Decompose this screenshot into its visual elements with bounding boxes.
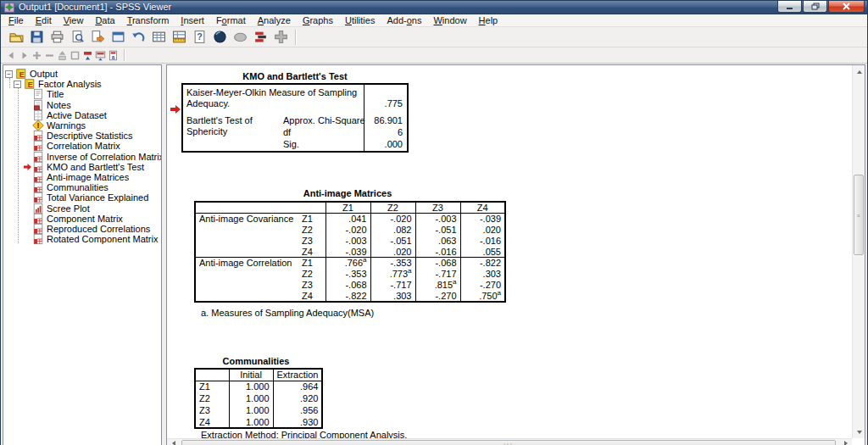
horizontal-scrollbar[interactable]: ||| (167, 438, 852, 445)
show-button[interactable] (56, 48, 69, 63)
outline-item-notes[interactable]: Notes (3, 100, 161, 110)
matrix-value: -.039 (326, 247, 370, 258)
designate-window-button[interactable] (270, 28, 291, 47)
menu-graphs[interactable]: Graphs (297, 14, 339, 26)
communality-value: .930 (273, 416, 322, 428)
tree-expander[interactable]: − (14, 81, 21, 88)
main-area: −EOutput−EFactor AnalysisTitleNotesActiv… (1, 64, 867, 445)
insert-text-button[interactable]: a (107, 48, 120, 63)
outline-item-descriptive-statistics[interactable]: Descriptive Statistics (3, 131, 161, 141)
hide-button[interactable] (69, 48, 81, 63)
outline-item-kmo-and-bartlett-s-test[interactable]: KMO and Bartlett's Test (3, 162, 161, 172)
outline-item-label: Notes (47, 100, 71, 110)
export-button[interactable] (87, 28, 108, 47)
variables-button[interactable]: ? (189, 28, 209, 47)
menu-analyze[interactable]: Analyze (252, 14, 297, 26)
menu-data[interactable]: Data (89, 14, 120, 26)
row-variable-label: Z4 (298, 291, 326, 302)
matrix-value: -.051 (370, 236, 415, 247)
outline-item-total-variance-explained[interactable]: Total Variance Explained (3, 192, 161, 203)
restore-button[interactable] (803, 1, 827, 13)
outline-item-active-dataset[interactable]: Active Dataset (3, 110, 161, 120)
goto-data-button[interactable] (148, 28, 169, 47)
menu-format[interactable]: Format (210, 14, 252, 26)
menu-edit[interactable]: Edit (30, 14, 58, 26)
menu-add-ons[interactable]: Add-ons (381, 14, 427, 26)
undo-button[interactable] (128, 28, 148, 47)
print-button[interactable] (47, 28, 67, 47)
scroll-down-arrow[interactable] (853, 426, 865, 438)
outline-item-title[interactable]: Title (3, 89, 161, 99)
goto-case-button[interactable] (169, 28, 189, 47)
column-header: Z4 (460, 202, 505, 214)
window-title: Output1 [Document1] - SPSS Viewer (19, 1, 171, 14)
outline-item-correlation-matrix[interactable]: Correlation Matrix (3, 141, 161, 151)
bartlett-stat-label: df (283, 127, 291, 138)
outline-item-anti-image-matrices[interactable]: Anti-image Matrices (3, 172, 161, 182)
kmo-table-title: KMO and Bartlett's Test (181, 71, 409, 81)
save-button[interactable] (26, 28, 47, 47)
matrix-value: -.270 (460, 280, 505, 291)
matrix-value: -.822 (326, 291, 370, 302)
table-row: Z11.000.964 (195, 381, 322, 392)
scroll-right-arrow[interactable] (839, 437, 852, 445)
demote-button[interactable] (18, 48, 31, 63)
vertical-scrollbar[interactable]: ≡ (852, 65, 865, 438)
print-preview-button[interactable] (67, 28, 87, 47)
horizontal-scroll-thumb[interactable]: ||| (181, 440, 836, 445)
scroll-left-arrow[interactable] (167, 437, 180, 445)
menu-transform[interactable]: Transform (121, 14, 175, 26)
menu-help[interactable]: Help (473, 14, 504, 26)
outline-item-factor-analysis[interactable]: −EFactor Analysis (3, 79, 161, 89)
insert-heading-button[interactable] (81, 48, 94, 63)
outline-item-label: Active Dataset (47, 110, 107, 120)
show-all-icon (233, 30, 248, 44)
toolbar-separator (295, 30, 297, 45)
window-list-icon (253, 30, 268, 44)
minimize-button[interactable] (777, 1, 802, 13)
vertical-scroll-thumb[interactable]: ≡ (854, 175, 864, 255)
table-row: Z21.000.920 (195, 392, 322, 404)
menu-insert[interactable]: Insert (175, 14, 210, 26)
collapse-button[interactable] (43, 48, 56, 63)
matrix-value: -.039 (460, 214, 505, 225)
tree-guide-line (18, 88, 19, 243)
outline-item-label: Warnings (47, 120, 86, 131)
menu-utilities[interactable]: Utilities (339, 14, 381, 26)
show-all-button[interactable] (230, 28, 250, 47)
recall-dialogs-button[interactable] (108, 28, 128, 47)
outline-item-reproduced-correlations[interactable]: Reproduced Correlations (3, 224, 161, 234)
print-icon (50, 30, 64, 44)
outline-item-label: Descriptive Statistics (47, 131, 132, 141)
communalities-table[interactable]: InitialExtractionZ11.000.964Z21.000.920Z… (194, 368, 323, 429)
close-button[interactable] (828, 1, 865, 13)
menu-window[interactable]: Window (427, 14, 472, 26)
promote-button[interactable] (5, 48, 18, 63)
communality-value: .964 (273, 381, 322, 392)
open-button[interactable] (6, 28, 26, 47)
menu-bar: FileEditViewDataTransformInsertFormatAna… (1, 14, 867, 27)
demote-icon (19, 50, 30, 61)
outline-item-communalities[interactable]: Communalities (3, 182, 161, 192)
outline-item-rotated-component-matrix[interactable]: Rotated Component Matrix (3, 234, 161, 244)
matrix-value: -.016 (415, 247, 460, 258)
window-list-button[interactable] (250, 28, 270, 47)
menu-file[interactable]: File (3, 14, 30, 26)
row-variable-label: Z4 (195, 416, 229, 428)
outline-item-warnings[interactable]: !Warnings (3, 120, 161, 131)
kmo-bartlett-table[interactable]: Kaiser-Meyer-Olkin Measure of Sampling A… (181, 83, 409, 153)
outline-item-label: KMO and Bartlett's Test (47, 162, 144, 172)
svg-text:!: ! (37, 121, 40, 130)
expand-button[interactable] (31, 48, 43, 63)
open-icon (9, 30, 24, 44)
find-button[interactable] (209, 28, 230, 47)
menu-view[interactable]: View (58, 14, 90, 26)
tree-expander[interactable]: − (5, 70, 13, 78)
anti-image-matrices-table[interactable]: Z1Z2Z3Z4Anti-image CovarianceZ1.041-.020… (194, 201, 506, 303)
outline-item-scree-plot[interactable]: Scree Plot (3, 203, 161, 213)
insert-title-button[interactable] (94, 48, 107, 63)
expand-icon (31, 50, 42, 61)
outline-item-inverse-of-correlation-matrix[interactable]: Inverse of Correlation Matrix (3, 152, 161, 162)
scroll-up-arrow[interactable] (853, 65, 865, 78)
outline-item-component-matrix[interactable]: Component Matrix (3, 214, 161, 224)
